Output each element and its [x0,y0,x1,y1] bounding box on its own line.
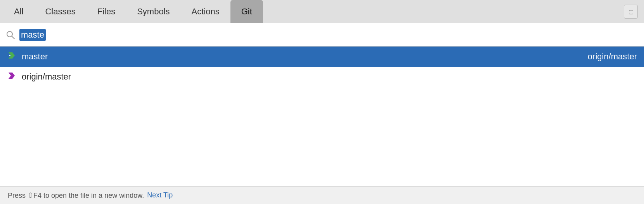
search-input-display[interactable]: maste [19,29,46,41]
results-list: master origin/master origin/master [0,47,644,186]
tab-symbols[interactable]: Symbols [126,0,180,23]
tab-spacer [263,0,621,23]
result-item-origin-master[interactable]: origin/master [0,67,644,87]
tab-actions[interactable]: Actions [181,0,230,23]
result-remote-master: origin/master [588,52,637,62]
svg-point-3 [9,75,10,76]
svg-point-2 [9,55,10,56]
tab-git[interactable]: Git [230,0,263,23]
next-tip-link[interactable]: Next Tip [147,191,173,199]
search-bar: maste [0,23,644,47]
search-icon [6,31,15,39]
tab-classes[interactable]: Classes [34,0,86,23]
result-label-master: master [22,52,582,62]
window-resize-button[interactable]: ▢ [624,5,638,19]
tag-icon-master [7,51,16,62]
result-item-master[interactable]: master origin/master [0,47,644,67]
tag-icon-origin-master [7,71,16,83]
tab-all[interactable]: All [3,0,34,23]
svg-line-1 [12,36,15,39]
search-value: maste [19,29,46,41]
status-bar: Press ⇧F4 to open the file in a new wind… [0,186,644,204]
status-tip-text: Press ⇧F4 to open the file in a new wind… [8,191,144,200]
tab-files[interactable]: Files [87,0,126,23]
result-label-origin-master: origin/master [22,72,637,82]
tab-bar: All Classes Files Symbols Actions Git ▢ [0,0,644,23]
